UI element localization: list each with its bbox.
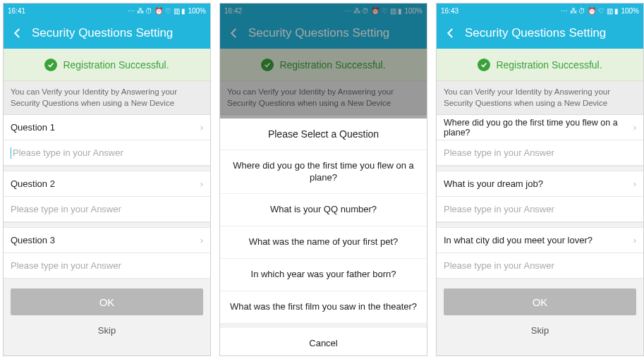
check-icon [478, 59, 490, 71]
question-3-selector[interactable]: In what city did you meet your lover? › [437, 228, 643, 253]
sheet-option[interactable]: In which year was your father born? [220, 259, 427, 291]
status-icons: ⋯ ⁂ ⏱ ⏰ ♡ ▥ ▮ 100% [561, 7, 639, 15]
question-text: In what city did you meet your lover? [444, 235, 593, 245]
answer-1-input[interactable]: Please type in your Answer [437, 140, 643, 166]
status-bar: 16:43 ⋯ ⁂ ⏱ ⏰ ♡ ▥ ▮ 100% [437, 4, 643, 18]
back-icon[interactable] [442, 27, 459, 39]
page-title: Security Questions Setting [32, 26, 173, 40]
success-text: Registration Successful. [63, 59, 169, 71]
phone-screen-2: 16:42 ⋯ ⁂ ⏱ ⏰ ♡ ▥ ▮ 100% Security Questi… [219, 3, 427, 356]
sheet-option[interactable]: What is your QQ number? [220, 194, 427, 226]
status-time: 16:41 [8, 7, 25, 15]
phone-screen-1: 16:41 ⋯ ⁂ ⏱ ⏰ ♡ ▥ ▮ 100% Security Questi… [3, 3, 211, 356]
sheet-option[interactable]: What was the name of your first pet? [220, 226, 427, 259]
phone-screen-3: 16:43 ⋯ ⁂ ⏱ ⏰ ♡ ▥ ▮ 100% Security Questi… [436, 3, 644, 356]
answer-3-input[interactable]: Please type in your Answer [437, 253, 643, 279]
status-icons: ⋯ ⁂ ⏱ ⏰ ♡ ▥ ▮ 100% [128, 7, 206, 15]
sheet-cancel-button[interactable]: Cancel [220, 324, 427, 355]
back-icon[interactable] [9, 27, 26, 39]
chevron-right-icon: › [200, 178, 203, 189]
question-text: Where did you go the first time you flew… [444, 118, 633, 138]
question-1-selector[interactable]: Where did you go the first time you flew… [437, 115, 643, 140]
ok-button[interactable]: OK [444, 288, 636, 315]
question-2-selector[interactable]: Question 2 › [4, 171, 210, 197]
status-bar: 16:41 ⋯ ⁂ ⏱ ⏰ ♡ ▥ ▮ 100% [4, 4, 210, 18]
question-label: Question 2 [11, 178, 55, 189]
question-label: Question 3 [11, 235, 55, 245]
chevron-right-icon: › [200, 235, 203, 245]
answer-3-input[interactable]: Please type in your Answer [4, 253, 210, 279]
ok-button[interactable]: OK [11, 288, 203, 315]
info-text: You can Verify your Identity by Answerin… [437, 81, 643, 115]
info-text: You can Verify your Identity by Answerin… [4, 81, 210, 115]
chevron-right-icon: › [633, 235, 636, 245]
answer-1-input[interactable]: Please type in your Answer [4, 140, 210, 166]
status-time: 16:43 [441, 7, 458, 15]
answer-2-input[interactable]: Please type in your Answer [437, 197, 643, 222]
question-2-selector[interactable]: What is your dream job? › [437, 171, 643, 197]
skip-button[interactable]: Skip [4, 320, 210, 341]
success-text: Registration Successful. [496, 59, 602, 71]
success-banner: Registration Successful. [4, 49, 210, 81]
question-picker-sheet: Please Select a Question Where did you g… [220, 118, 427, 355]
chevron-right-icon: › [633, 178, 636, 189]
page-title: Security Questions Setting [465, 26, 606, 40]
question-3-selector[interactable]: Question 3 › [4, 228, 210, 253]
question-text: What is your dream job? [444, 178, 543, 189]
title-bar: Security Questions Setting [437, 18, 643, 49]
title-bar: Security Questions Setting [4, 18, 210, 49]
sheet-title: Please Select a Question [220, 118, 427, 150]
chevron-right-icon: › [633, 122, 636, 133]
answer-2-input[interactable]: Please type in your Answer [4, 197, 210, 222]
question-1-selector[interactable]: Question 1 › [4, 115, 210, 140]
skip-button[interactable]: Skip [437, 320, 643, 341]
check-icon [44, 59, 57, 71]
question-label: Question 1 [11, 122, 55, 133]
sheet-option[interactable]: What was the first film you saw in the t… [220, 291, 427, 324]
success-banner: Registration Successful. [437, 49, 643, 81]
chevron-right-icon: › [200, 122, 203, 133]
sheet-option[interactable]: Where did you go the first time you flew… [220, 150, 427, 195]
